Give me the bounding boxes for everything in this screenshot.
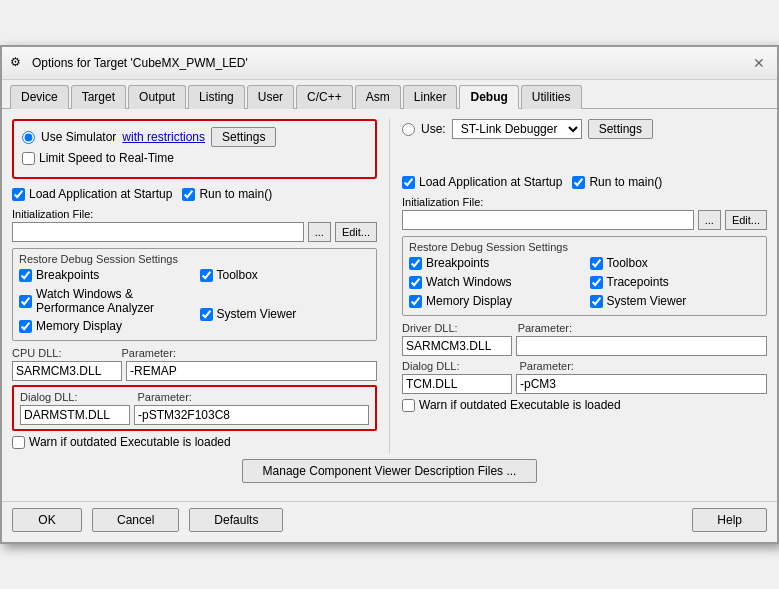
right-tracepoints-checkbox[interactable] (590, 276, 603, 289)
column-divider (389, 119, 390, 453)
left-init-edit-btn[interactable]: Edit... (335, 222, 377, 242)
right-run-main-row: Run to main() (572, 175, 662, 189)
left-breakpoints-checkbox[interactable] (19, 269, 32, 282)
left-watch-label: Watch Windows & Performance Analyzer (36, 287, 190, 315)
left-cpu-param-input[interactable]: -REMAP (126, 361, 377, 381)
left-sysviewer-label: System Viewer (217, 307, 297, 321)
dialog-title: Options for Target 'CubeMX_PWM_LED' (32, 56, 248, 70)
left-init-file-section: Initialization File: ... Edit... (12, 208, 377, 242)
ok-button[interactable]: OK (12, 508, 82, 532)
right-run-main-checkbox[interactable] (572, 176, 585, 189)
left-restore-title: Restore Debug Session Settings (19, 253, 370, 265)
debugger-select[interactable]: ST-Link Debugger (452, 119, 582, 139)
right-breakpoints-checkbox[interactable] (409, 257, 422, 270)
left-warn-row: Warn if outdated Executable is loaded (12, 435, 377, 449)
tab-output[interactable]: Output (128, 85, 186, 109)
left-warn-label: Warn if outdated Executable is loaded (29, 435, 231, 449)
limit-speed-label: Limit Speed to Real-Time (39, 151, 174, 165)
app-icon: ⚙ (10, 55, 26, 71)
help-button[interactable]: Help (692, 508, 767, 532)
right-dialog-dll-label: Dialog DLL: (402, 360, 459, 372)
use-simulator-section: Use Simulator with restrictions Settings… (12, 119, 377, 179)
main-content: Use Simulator with restrictions Settings… (2, 109, 777, 501)
right-breakpoints-row: Breakpoints (409, 256, 580, 270)
right-dialog-param-input[interactable]: -pCM3 (516, 374, 767, 394)
left-dialog-dll-label: Dialog DLL: (20, 391, 77, 403)
left-watch-checkbox[interactable] (19, 295, 32, 308)
left-restore-col1: Breakpoints Watch Windows & Performance … (19, 268, 190, 336)
right-load-app-label: Load Application at Startup (419, 175, 562, 189)
use-external-radio[interactable] (402, 123, 415, 136)
simulator-settings-button[interactable]: Settings (211, 127, 276, 147)
left-dialog-param-input[interactable]: -pSTM32F103C8 (134, 405, 369, 425)
limit-speed-checkbox[interactable] (22, 152, 35, 165)
right-run-main-label: Run to main() (589, 175, 662, 189)
defaults-button[interactable]: Defaults (189, 508, 283, 532)
right-toolbox-checkbox[interactable] (590, 257, 603, 270)
left-load-run-row: Load Application at Startup Run to main(… (12, 187, 377, 204)
right-spacer (402, 147, 767, 167)
with-restrictions-link[interactable]: with restrictions (122, 130, 205, 144)
right-init-edit-btn[interactable]: Edit... (725, 210, 767, 230)
tab-target[interactable]: Target (71, 85, 126, 109)
tab-user[interactable]: User (247, 85, 294, 109)
left-column: Use Simulator with restrictions Settings… (12, 119, 377, 453)
left-warn-checkbox[interactable] (12, 436, 25, 449)
right-sysviewer-checkbox[interactable] (590, 295, 603, 308)
cancel-button[interactable]: Cancel (92, 508, 179, 532)
right-init-browse-btn[interactable]: ... (698, 210, 721, 230)
tab-utilities[interactable]: Utilities (521, 85, 582, 109)
left-memory-checkbox[interactable] (19, 320, 32, 333)
manage-btn-area: Manage Component Viewer Description File… (12, 459, 767, 483)
manage-component-button[interactable]: Manage Component Viewer Description File… (242, 459, 538, 483)
title-bar-left: ⚙ Options for Target 'CubeMX_PWM_LED' (10, 55, 248, 71)
left-memory-row: Memory Display (19, 319, 190, 333)
left-sysviewer-checkbox[interactable] (200, 308, 213, 321)
right-warn-checkbox[interactable] (402, 399, 415, 412)
left-run-main-label: Run to main() (199, 187, 272, 201)
right-watch-row: Watch Windows (409, 275, 580, 289)
left-load-app-row: Load Application at Startup (12, 187, 172, 201)
left-toolbox-checkbox[interactable] (200, 269, 213, 282)
right-watch-checkbox[interactable] (409, 276, 422, 289)
left-cpu-param-label: Parameter: (122, 347, 176, 359)
tab-cpp[interactable]: C/C++ (296, 85, 353, 109)
right-use-row: Use: ST-Link Debugger Settings (402, 119, 767, 139)
left-cpu-dll-input[interactable]: SARMCM3.DLL (12, 361, 122, 381)
right-init-file-input[interactable] (402, 210, 694, 230)
right-memory-label: Memory Display (426, 294, 512, 308)
left-toolbox-row: Toolbox (200, 268, 371, 282)
right-memory-checkbox[interactable] (409, 295, 422, 308)
tab-device[interactable]: Device (10, 85, 69, 109)
right-restore-title: Restore Debug Session Settings (409, 241, 760, 253)
right-settings-button[interactable]: Settings (588, 119, 653, 139)
right-driver-dll-input[interactable]: SARMCM3.DLL (402, 336, 512, 356)
left-memory-label: Memory Display (36, 319, 122, 333)
right-column: Use: ST-Link Debugger Settings Load Appl… (402, 119, 767, 453)
tab-debug[interactable]: Debug (459, 85, 518, 109)
left-init-file-input[interactable] (12, 222, 304, 242)
right-driver-param-input[interactable] (516, 336, 767, 356)
two-column-layout: Use Simulator with restrictions Settings… (12, 119, 767, 453)
left-run-main-checkbox[interactable] (182, 188, 195, 201)
simulator-radio-row: Use Simulator with restrictions Settings (22, 127, 367, 147)
left-init-browse-btn[interactable]: ... (308, 222, 331, 242)
right-watch-label: Watch Windows (426, 275, 512, 289)
right-toolbox-row: Toolbox (590, 256, 761, 270)
left-load-app-checkbox[interactable] (12, 188, 25, 201)
right-load-app-checkbox[interactable] (402, 176, 415, 189)
right-restore-checks: Breakpoints Watch Windows Memory Display (409, 256, 760, 311)
right-sysviewer-label: System Viewer (607, 294, 687, 308)
left-dialog-dll-input[interactable]: DARMSTM.DLL (20, 405, 130, 425)
tab-listing[interactable]: Listing (188, 85, 245, 109)
right-dialog-dll-input[interactable]: TCM.DLL (402, 374, 512, 394)
left-init-file-row: ... Edit... (12, 222, 377, 242)
tab-asm[interactable]: Asm (355, 85, 401, 109)
left-cpu-dll-labels: CPU DLL: Parameter: (12, 347, 377, 359)
right-init-file-row: ... Edit... (402, 210, 767, 230)
close-button[interactable]: ✕ (749, 53, 769, 73)
tab-linker[interactable]: Linker (403, 85, 458, 109)
right-dialog-param-label: Parameter: (519, 360, 573, 372)
use-simulator-radio[interactable] (22, 131, 35, 144)
right-driver-dll-label: Driver DLL: (402, 322, 458, 334)
